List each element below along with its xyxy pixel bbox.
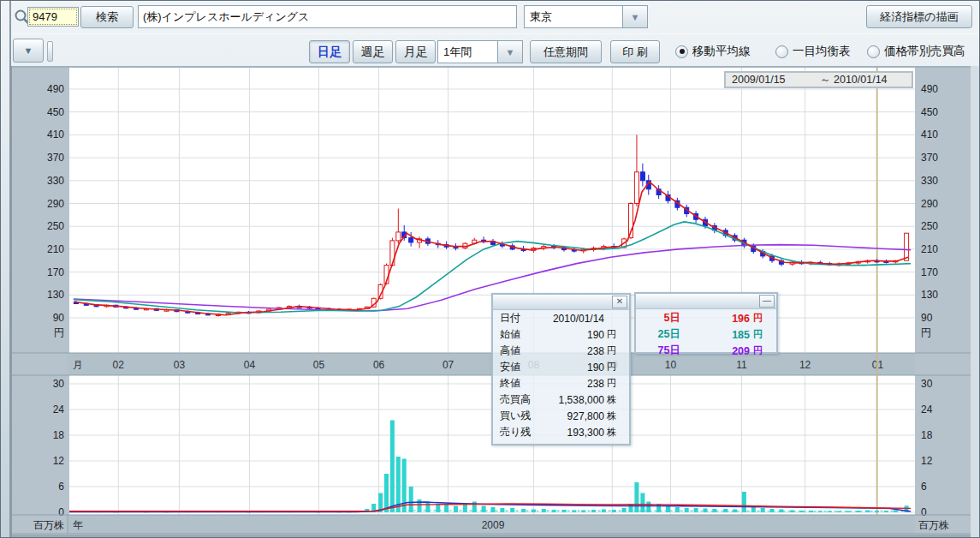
legend-row: 5日196円 (636, 309, 776, 326)
info-row: 売買高1,538,000株 (493, 392, 629, 408)
svg-text:24: 24 (921, 404, 933, 415)
svg-text:250: 250 (921, 220, 938, 232)
svg-text:百万株: 百万株 (33, 519, 64, 531)
exchange-select-value: 東京 (525, 6, 622, 27)
svg-text:2009: 2009 (482, 519, 505, 531)
svg-text:170: 170 (47, 266, 64, 278)
svg-text:130: 130 (47, 289, 64, 301)
stock-chart-window: 検索 東京 ▼ 経済指標の描画 ▼ 日足 週足 月足 1年間 ▼ 任意期間 印 … (0, 0, 980, 538)
info-row: 買い残927,800株 (493, 408, 629, 424)
tab-daily[interactable]: 日足 (309, 40, 350, 63)
stock-code-input[interactable] (27, 7, 79, 27)
svg-text:370: 370 (47, 152, 64, 164)
svg-text:330: 330 (47, 175, 64, 187)
svg-text:百万株: 百万株 (918, 519, 949, 531)
svg-text:05: 05 (313, 359, 325, 371)
svg-text:210: 210 (47, 243, 64, 255)
svg-text:03: 03 (174, 359, 186, 371)
info-row: 終値238円 (493, 375, 629, 392)
svg-text:円: 円 (921, 326, 931, 338)
svg-text:250: 250 (47, 220, 64, 232)
date-range-box: 2009/01/15 ～ 2010/01/14 (724, 71, 913, 88)
toolbar-row-2: ▼ 日足 週足 月足 1年間 ▼ 任意期間 印 刷 移動平均線 一目均衡表 価格… (11, 33, 980, 67)
radio-label: 価格帯別売買高 (884, 44, 965, 59)
svg-text:年: 年 (73, 519, 83, 531)
chevron-down-icon[interactable]: ▼ (497, 41, 522, 63)
custom-period-button[interactable]: 任意期間 (530, 40, 602, 63)
close-icon[interactable]: ✕ (612, 296, 627, 308)
svg-text:490: 490 (921, 83, 938, 95)
svg-text:02: 02 (113, 359, 125, 371)
info-row: 日付2010/01/14 (493, 310, 629, 326)
range-separator: ～ (820, 73, 831, 87)
toolbar-row-1: 検索 東京 ▼ 経済指標の描画 (11, 1, 980, 33)
svg-text:07: 07 (442, 359, 454, 371)
svg-text:30: 30 (53, 378, 65, 390)
range-select-value: 1年間 (438, 41, 497, 63)
exchange-select[interactable]: 東京 ▼ (524, 5, 648, 28)
radio-dot-icon (867, 45, 880, 58)
info-row: 高値238円 (493, 343, 629, 359)
svg-text:450: 450 (47, 106, 64, 118)
radio-dot-icon (675, 45, 688, 58)
chart-area: 4904904504504104103703703303302902902502… (1, 66, 980, 538)
svg-text:24: 24 (53, 404, 65, 415)
svg-text:18: 18 (53, 429, 65, 441)
economic-indicator-button[interactable]: 経済指標の描画 (866, 5, 972, 28)
svg-text:円: 円 (54, 326, 64, 338)
svg-text:0: 0 (921, 506, 927, 518)
radio-dot-icon (775, 45, 788, 58)
search-button[interactable]: 検索 (80, 6, 134, 28)
stock-name-input[interactable] (138, 5, 517, 28)
svg-text:12: 12 (921, 455, 933, 467)
svg-text:290: 290 (921, 198, 938, 210)
svg-text:01: 01 (872, 359, 884, 371)
info-row: 売り残193,300株 (493, 424, 629, 440)
radio-moving-average[interactable]: 移動平均線 (675, 44, 751, 59)
info-row: 始値190円 (493, 326, 629, 343)
svg-text:290: 290 (47, 198, 64, 210)
radio-label: 移動平均線 (692, 44, 751, 59)
range-select[interactable]: 1年間 ▼ (437, 40, 523, 63)
svg-text:6: 6 (58, 481, 64, 493)
radio-ichimoku[interactable]: 一目均衡表 (775, 44, 851, 59)
panel-collapse-button[interactable]: ▼ (13, 39, 44, 63)
price-volume-chart[interactable]: 4904904504504104103703703303302902902502… (1, 66, 980, 538)
svg-text:410: 410 (921, 129, 938, 140)
tab-weekly[interactable]: 週足 (353, 40, 393, 63)
range-start-date: 2009/01/15 (726, 74, 820, 86)
toolbar-grip (47, 41, 53, 62)
radio-volume-by-price[interactable]: 価格帯別売買高 (867, 44, 965, 59)
radio-label: 一目均衡表 (793, 44, 851, 59)
ohlc-info-panel: ✕ 日付2010/01/14 始値190円 高値238円 安値190円 終値23… (491, 293, 631, 445)
svg-text:12: 12 (799, 359, 811, 371)
legend-row: 25日185円 (636, 326, 776, 342)
svg-text:18: 18 (921, 429, 933, 441)
svg-text:130: 130 (921, 289, 938, 301)
ma-legend-panel: — 5日196円 25日185円 75日209円 (634, 292, 778, 354)
svg-text:10: 10 (665, 359, 677, 371)
print-button[interactable]: 印 刷 (610, 40, 660, 63)
svg-text:330: 330 (921, 175, 938, 187)
svg-text:月: 月 (73, 359, 83, 371)
svg-text:410: 410 (47, 129, 64, 140)
minimize-icon[interactable]: — (759, 295, 775, 308)
chevron-down-icon[interactable]: ▼ (622, 6, 647, 27)
svg-text:30: 30 (921, 378, 933, 390)
svg-text:170: 170 (921, 266, 938, 278)
svg-text:450: 450 (921, 106, 938, 118)
tab-monthly[interactable]: 月足 (395, 40, 436, 63)
legend-row: 75日209円 (636, 342, 776, 358)
svg-text:12: 12 (53, 455, 65, 467)
svg-text:06: 06 (373, 359, 385, 371)
svg-text:210: 210 (921, 243, 938, 255)
svg-text:90: 90 (921, 312, 933, 324)
legend-panel-titlebar[interactable]: — (636, 294, 776, 309)
info-panel-titlebar[interactable]: ✕ (493, 295, 629, 310)
range-end-date: 2010/01/14 (834, 74, 888, 86)
svg-text:11: 11 (736, 359, 747, 371)
svg-text:0: 0 (58, 506, 64, 518)
svg-text:04: 04 (244, 359, 256, 371)
svg-text:6: 6 (921, 481, 927, 493)
svg-text:490: 490 (47, 83, 64, 95)
